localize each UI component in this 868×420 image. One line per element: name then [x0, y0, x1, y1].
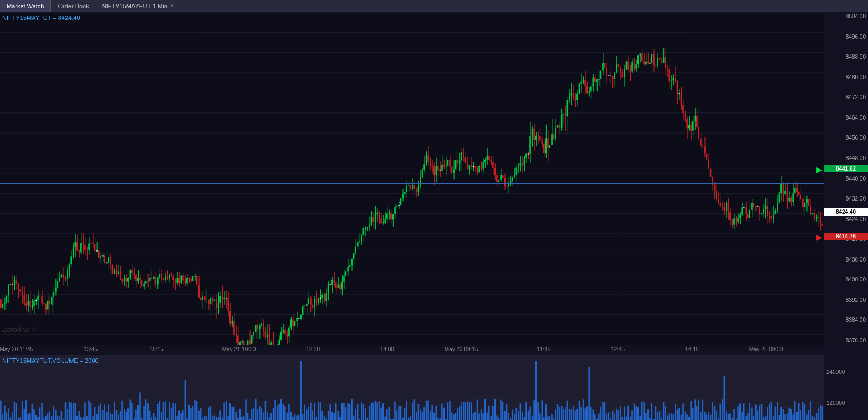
price-level: 8448.00: [826, 155, 866, 161]
time-label: 14:00: [380, 346, 394, 352]
price-level: 8376.00: [826, 337, 866, 344]
time-label: May 20 11:45: [0, 346, 33, 352]
volume-chart-area: NIFTY15MAYFUT.VOLUME = 2000 240000 12000…: [0, 355, 868, 420]
time-label: 14:15: [685, 346, 699, 352]
time-label: 12:30: [306, 346, 320, 352]
volume-level-2: 120000: [826, 400, 866, 406]
time-label: May 22 09:15: [445, 346, 478, 352]
tab-chart[interactable]: NIFTY15MAYFUT 1 Min ×: [96, 0, 180, 12]
price-level: 8432.00: [826, 196, 866, 202]
tab-market-watch[interactable]: Market Watch: [0, 0, 51, 12]
time-axis: May 20 11:4513:4515:15May 21 10:3012:301…: [0, 345, 868, 355]
price-level: 8384.00: [826, 317, 866, 323]
price-axis: 8504.008496.008488.008480.008472.008464.…: [824, 12, 868, 345]
horizontal-line-1: [0, 183, 824, 184]
price-marker-white: 8424.40: [824, 208, 868, 216]
time-label: May 25 09:30: [749, 346, 783, 352]
arrow-down-icon: ▶: [816, 233, 823, 242]
price-level: 8488.00: [826, 54, 866, 60]
candlestick-chart[interactable]: [0, 12, 824, 345]
tab-order-book-label: Order Book: [58, 3, 89, 9]
tab-chart-label: NIFTY15MAYFUT 1 Min: [102, 3, 167, 9]
arrow-up-icon: ▶: [816, 165, 823, 174]
price-level: 8392.00: [826, 297, 866, 303]
price-level: 8456.00: [826, 135, 866, 141]
chart-container: NIFTY15MAYFUT = 8424.40 Zerodha Pi 8441.…: [0, 12, 868, 420]
tab-bar: Market Watch Order Book NIFTY15MAYFUT 1 …: [0, 0, 868, 12]
price-level: 8496.00: [826, 34, 866, 40]
price-chart-area: NIFTY15MAYFUT = 8424.40 Zerodha Pi 8441.…: [0, 12, 868, 345]
time-label: 15:15: [150, 346, 164, 352]
time-label: 11:15: [537, 346, 550, 352]
time-label: 13:45: [84, 346, 98, 352]
time-label: May 21 10:30: [222, 346, 256, 352]
tab-market-watch-label: Market Watch: [7, 3, 44, 9]
price-level: 8464.00: [826, 115, 866, 121]
horizontal-line-2: [0, 224, 824, 224]
price-level: 8440.00: [826, 176, 866, 182]
close-icon[interactable]: ×: [171, 3, 174, 9]
volume-level-1: 240000: [826, 369, 866, 375]
price-level: 8400.00: [826, 276, 866, 283]
price-marker-red: 8414.76: [824, 233, 868, 240]
tab-order-book[interactable]: Order Book: [51, 0, 96, 12]
price-level: 8408.00: [826, 257, 866, 263]
price-level: 8504.00: [826, 13, 866, 19]
watermark-label: Zerodha Pi: [2, 325, 38, 334]
volume-label: NIFTY15MAYFUT.VOLUME = 2000: [2, 357, 99, 364]
price-level: 8424.00: [826, 216, 866, 222]
chart-symbol-label: NIFTY15MAYFUT = 8424.40: [2, 14, 80, 21]
price-level: 8472.00: [826, 94, 866, 100]
volume-chart[interactable]: [0, 355, 824, 420]
time-label: 12:45: [611, 346, 625, 352]
price-marker-green: 8441.62: [824, 165, 868, 172]
price-level: 8480.00: [826, 74, 866, 80]
volume-axis: 240000 120000: [824, 355, 868, 420]
